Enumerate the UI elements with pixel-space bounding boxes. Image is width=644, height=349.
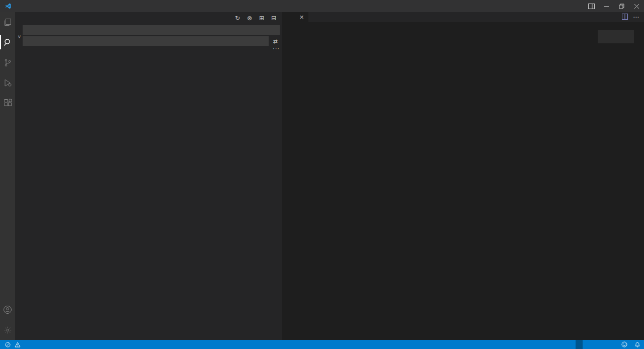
tab-size-status[interactable]	[590, 340, 597, 349]
clear-search-results-icon[interactable]: ⊗	[246, 15, 254, 22]
search-input[interactable]	[23, 27, 252, 33]
minimap[interactable]	[598, 30, 634, 340]
tab-close-icon[interactable]: ✕	[299, 14, 304, 21]
code-editor[interactable]	[282, 30, 598, 340]
more-actions-icon[interactable]: ⋯	[633, 14, 639, 21]
source-control-icon[interactable]	[0, 52, 15, 73]
whole-word-toggle[interactable]	[261, 26, 269, 34]
overview-ruler[interactable]	[634, 30, 644, 340]
preserve-case-toggle[interactable]	[259, 37, 267, 45]
match-case-toggle[interactable]	[252, 26, 260, 34]
accounts-icon[interactable]	[0, 300, 15, 320]
close-window-button[interactable]	[629, 0, 644, 12]
open-new-search-editor-icon[interactable]: ⊞	[258, 15, 266, 22]
search-icon[interactable]	[0, 32, 15, 52]
layout-toggle-icon[interactable]	[584, 0, 599, 12]
vscode-logo-icon	[4, 3, 12, 10]
encoding-status[interactable]	[597, 340, 604, 349]
toggle-search-details-icon[interactable]: ···	[273, 45, 280, 51]
split-editor-icon[interactable]	[622, 14, 628, 21]
notifications-bell-icon[interactable]	[631, 340, 644, 349]
title-bar	[0, 0, 644, 12]
toggle-replace-chevron-icon[interactable]: ˅	[16, 30, 23, 43]
replace-input-box	[23, 36, 269, 46]
minimap-slider[interactable]	[598, 30, 634, 43]
tab-bar: ✕ ⋯	[282, 12, 644, 22]
eol-status[interactable]	[604, 340, 611, 349]
minimize-button[interactable]	[599, 0, 614, 12]
status-bar	[0, 340, 644, 349]
activity-bar	[0, 12, 15, 340]
search-input-box	[23, 25, 280, 35]
editor-group: ✕ ⋯	[282, 12, 644, 340]
settings-gear-icon[interactable]	[0, 320, 15, 340]
replace-all-icon[interactable]: ⇄	[271, 37, 280, 45]
tab-com-xt9-xt9core[interactable]: ✕	[282, 12, 309, 22]
language-mode-status[interactable]	[611, 340, 618, 349]
breadcrumbs	[282, 22, 644, 30]
cursor-position-status[interactable]	[583, 340, 590, 349]
problems-status[interactable]	[4, 342, 24, 347]
vscode-window: ↻ ⊗ ⊞ ⊟ ˅ ⇄ ···	[0, 0, 644, 349]
screen-reader-status[interactable]	[576, 340, 583, 349]
explorer-icon[interactable]	[0, 12, 15, 32]
collapse-all-icon[interactable]: ⊟	[270, 15, 278, 22]
replace-input[interactable]	[23, 38, 259, 44]
restore-button[interactable]	[614, 0, 629, 12]
regex-toggle[interactable]	[270, 26, 278, 34]
run-debug-icon[interactable]	[0, 73, 15, 93]
refresh-icon[interactable]: ↻	[233, 15, 242, 22]
extensions-icon[interactable]	[0, 93, 15, 113]
error-icon	[5, 342, 11, 347]
search-sidebar: ↻ ⊗ ⊞ ⊟ ˅ ⇄ ···	[15, 12, 282, 340]
search-results-list	[15, 54, 282, 340]
warning-icon	[15, 342, 21, 347]
feedback-icon[interactable]	[618, 340, 631, 349]
